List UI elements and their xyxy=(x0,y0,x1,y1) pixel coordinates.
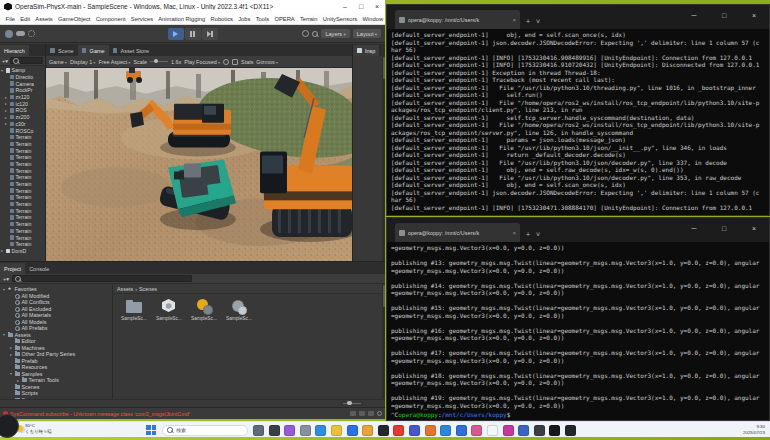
menu-item[interactable]: Robotics xyxy=(208,16,236,22)
hierarchy-add-button[interactable]: +▾ xyxy=(2,58,8,64)
expand-arrow-icon[interactable] xyxy=(10,352,15,357)
tab-dropdown-icon[interactable]: ˅ xyxy=(536,231,540,238)
hierarchy-row[interactable]: Terrain xyxy=(0,174,45,181)
menu-item[interactable]: Jobs xyxy=(236,16,253,22)
hierarchy-row[interactable]: Terrain xyxy=(0,147,45,154)
hierarchy-row[interactable]: DontD xyxy=(0,248,45,255)
taskbar-app-icon[interactable] xyxy=(300,425,311,436)
taskbar-app-icon[interactable] xyxy=(503,425,514,436)
menu-item[interactable]: Component xyxy=(93,16,128,22)
unity-close-button[interactable]: × xyxy=(369,0,385,13)
taskbar-app-icon[interactable] xyxy=(565,425,576,436)
hierarchy-row[interactable]: Terrain xyxy=(0,134,45,141)
hierarchy-row[interactable]: Terrain xyxy=(0,207,45,214)
taskbar-app-icon[interactable] xyxy=(284,425,295,436)
unity-maximize-button[interactable]: □ xyxy=(353,0,369,13)
expand-arrow-icon[interactable] xyxy=(10,371,15,376)
taskbar-app-icon[interactable] xyxy=(253,425,264,436)
taskbar-app-icon[interactable] xyxy=(409,425,420,436)
expand-arrow-icon[interactable] xyxy=(17,378,22,383)
step-button[interactable] xyxy=(202,28,218,40)
unity-title-bar[interactable]: OperaSim-PhysX-main - SampleScene - Wind… xyxy=(0,0,385,13)
menu-item[interactable]: File xyxy=(3,16,18,22)
taskbar-app-icon[interactable] xyxy=(471,425,482,436)
terminal-output[interactable]: =geometry_msgs.msg.Vector3(x=0.0, y=0.0,… xyxy=(387,242,769,411)
hierarchy-row[interactable]: Directio xyxy=(0,74,45,81)
tab-hierarchy[interactable]: Hierarch xyxy=(0,45,29,56)
expand-arrow-icon[interactable] xyxy=(10,345,15,350)
panel-tab[interactable]: Project xyxy=(0,263,25,274)
taskbar-app-icon[interactable] xyxy=(315,425,326,436)
menu-item[interactable]: Terrain xyxy=(297,16,320,22)
terminal-maximize-button[interactable]: □ xyxy=(709,218,739,238)
terminal-prompt[interactable]: ^Copera@koppy:/mnt/c/Users/koppy$ xyxy=(387,411,769,419)
taskbar-clock[interactable]: 9:30 2025/07/23 xyxy=(743,424,765,435)
hierarchy-row[interactable]: Terrain xyxy=(0,228,45,235)
scale-slider[interactable] xyxy=(150,61,168,63)
expand-arrow-icon[interactable] xyxy=(3,332,8,337)
mute-notifications-icon[interactable] xyxy=(377,411,382,416)
pause-button[interactable] xyxy=(185,28,201,40)
console-info-icon[interactable] xyxy=(350,411,356,416)
hierarchy-row[interactable]: Terrain xyxy=(0,187,45,194)
hierarchy-row[interactable]: RockPr xyxy=(0,87,45,94)
taskbar-app-icon[interactable] xyxy=(393,425,404,436)
game-mode-dropdown[interactable]: Game xyxy=(49,59,67,65)
unity-status-bar[interactable]: SysCommand.subscribe - Unknown message c… xyxy=(0,407,385,419)
hierarchy-row[interactable]: Terrain xyxy=(0,221,45,228)
hierarchy-row[interactable]: Terrain xyxy=(0,141,45,148)
hierarchy-row[interactable]: ROS xyxy=(0,107,45,114)
expand-arrow-icon[interactable] xyxy=(5,101,10,106)
services-gear-icon[interactable] xyxy=(28,30,35,37)
vsync-grid-icon[interactable] xyxy=(232,59,238,65)
console-warning-icon[interactable] xyxy=(359,411,365,416)
hierarchy-row[interactable]: Terrain xyxy=(0,241,45,248)
tab-close-icon[interactable]: × xyxy=(513,17,516,23)
taskbar-app-icon[interactable] xyxy=(518,425,529,436)
taskbar-app-icon[interactable] xyxy=(425,425,436,436)
panel-tab[interactable]: Console xyxy=(25,263,53,274)
hierarchy-row[interactable]: zx120 xyxy=(0,94,45,101)
terminal-title-bar[interactable]: opera@koppy: /mnt/c/Users/k × + ˅ ─ □ × xyxy=(387,5,769,29)
menu-item[interactable]: Services xyxy=(128,16,155,22)
thumbnail-zoom-slider[interactable] xyxy=(343,403,361,405)
expand-arrow-icon[interactable] xyxy=(5,115,10,120)
new-tab-button[interactable]: + xyxy=(526,18,530,25)
project-add-button[interactable]: +▾ xyxy=(3,276,9,282)
terminal-title-bar[interactable]: opera@koppy: /mnt/c/Users/k × + ˅ ─ □ × xyxy=(387,218,769,242)
taskbar-app-icon[interactable] xyxy=(487,425,498,436)
taskbar-app-icon[interactable] xyxy=(378,425,389,436)
taskbar-search-input[interactable]: 検索 xyxy=(162,425,248,436)
tab-inspector[interactable]: Insp xyxy=(353,45,379,56)
aspect-dropdown[interactable]: Free Aspect xyxy=(98,59,130,65)
terminal-minimize-button[interactable]: ─ xyxy=(679,218,709,238)
hierarchy-row[interactable]: Terrain xyxy=(0,194,45,201)
terminal-minimize-button[interactable]: ─ xyxy=(679,5,709,25)
hierarchy-row[interactable]: Terrain xyxy=(0,201,45,208)
taskbar-app-icon[interactable] xyxy=(331,425,342,436)
asset-tile[interactable]: SampleSc... xyxy=(119,298,149,321)
hierarchy-row[interactable]: ROSCo xyxy=(0,127,45,134)
menu-item[interactable]: UnitySensors xyxy=(320,16,360,22)
hierarchy-row[interactable]: zx200 xyxy=(0,114,45,121)
hierarchy-row[interactable]: Terrain xyxy=(0,167,45,174)
menu-item[interactable]: Tools xyxy=(253,16,272,22)
console-error-icon[interactable] xyxy=(368,411,374,416)
mute-audio-icon[interactable] xyxy=(223,59,229,65)
view-tab[interactable]: Scene xyxy=(46,45,78,56)
menu-item[interactable]: OPERA xyxy=(272,16,297,22)
play-focused-dropdown[interactable]: Play Focused xyxy=(184,59,220,65)
taskbar-app-icon[interactable] xyxy=(269,425,280,436)
breadcrumb-root[interactable]: Assets xyxy=(117,286,133,292)
tab-dropdown-icon[interactable]: ˅ xyxy=(536,18,540,25)
new-tab-button[interactable]: + xyxy=(526,231,530,238)
hierarchy-row[interactable]: Terrain xyxy=(0,161,45,168)
hierarchy-row[interactable]: ic120 xyxy=(0,100,45,107)
display-dropdown[interactable]: Display 1 xyxy=(70,59,95,65)
tab-close-icon[interactable]: × xyxy=(513,230,516,236)
terminal-maximize-button[interactable]: □ xyxy=(709,5,739,25)
gizmos-dropdown[interactable]: Gizmos xyxy=(256,59,278,65)
hierarchy-search-input[interactable] xyxy=(10,57,43,64)
hierarchy-row[interactable]: c30r xyxy=(0,121,45,128)
cloud-collab-icon[interactable] xyxy=(16,31,25,36)
